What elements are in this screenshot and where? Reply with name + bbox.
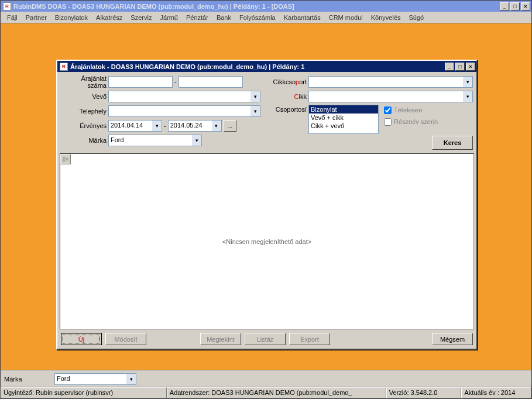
inner-app-icon: R [60,63,68,71]
minimize-button[interactable]: _ [500,2,509,11]
dash-label-dates: - [164,122,166,129]
export-button[interactable]: Export [289,333,330,345]
menu-alkatresz[interactable]: Alkatrész [92,13,126,22]
menu-karbantartas[interactable]: Karbantartás [280,13,325,22]
grid-handle-icon[interactable]: ▯≡ [60,154,71,164]
resznev-label: Résznév szerin [394,118,438,125]
date-to-combo[interactable]: 2014.05.24 [168,120,222,132]
maximize-button[interactable]: □ [510,2,520,11]
cikk-dropdown-icon[interactable] [463,91,473,102]
telephely-field[interactable] [108,105,250,117]
label-vevo: Vevő [61,93,107,100]
menu-sugo[interactable]: Súgó [405,13,428,22]
csoportosi-listbox[interactable]: Bizonylat Vevő + cikk Cikk + vevő [308,105,379,134]
date-to-dropdown-icon[interactable] [212,120,222,132]
label-cikkcsoport: Cikkcsoport [272,78,307,85]
menu-penztar[interactable]: Pénztár [182,13,212,22]
inner-minimize-button[interactable]: _ [445,63,454,71]
menu-fajl[interactable]: Fájl [3,13,22,22]
megsem-button[interactable]: Mégsem [432,333,473,345]
telephely-dropdown-icon[interactable] [250,105,260,117]
tetelesen-label: Tételesen [394,106,422,113]
label-telephely: Telephely [61,108,107,115]
date-to-field[interactable]: 2014.05.24 [168,120,212,132]
date-from-combo[interactable]: 2014.04.14 [108,120,162,132]
vevo-field[interactable] [108,91,250,102]
listaz-button[interactable]: Listáz [245,333,286,345]
arajanlat-szama-1-input[interactable] [108,76,173,88]
date-ellipsis-button[interactable]: ... [224,120,236,132]
main-window: R RubinDMS DOAS - DOAS3 HUNGARIAN DEMO (… [0,0,532,399]
csoportosi-option-cikk-vevo[interactable]: Cikk + vevő [309,122,378,130]
results-grid[interactable]: ▯≡ <Nincsen megjeleníthető adat> [60,153,474,329]
menu-jarmu[interactable]: Jármű [156,13,182,22]
bottom-marka-field[interactable]: Ford [54,373,126,385]
arajanlatok-window: R Árajánlatok - DOAS3 HUNGARIAN DEMO (pu… [56,60,478,350]
label-arajanlat-szama: Árajánlat száma [61,75,107,89]
close-button[interactable]: × [521,2,530,11]
tetelesen-checkbox[interactable]: Tételesen [384,105,438,115]
bottom-marka-label: Márka [4,376,51,383]
menu-konyveles[interactable]: Könyvelés [367,13,405,22]
vevo-combo[interactable] [108,91,260,102]
keres-button[interactable]: Keres [432,136,473,150]
modosit-button[interactable]: Módosít [105,333,146,345]
app-icon: R [3,2,11,11]
marka-combo[interactable]: Ford [108,135,202,146]
date-from-field[interactable]: 2014.04.14 [108,120,152,132]
inner-title-text: Árajánlatok - DOAS3 HUNGARIAN DEMO (pub:… [70,63,445,70]
cikk-combo[interactable] [308,91,473,102]
label-ervenyes: Érvényes [61,122,107,129]
menu-folyoszamla[interactable]: Folyószámla [235,13,280,22]
menu-crm[interactable]: CRM modul [325,13,367,22]
resznev-checkbox[interactable]: Résznév szerin [384,116,438,127]
inner-titlebar: R Árajánlatok - DOAS3 HUNGARIAN DEMO (pu… [57,61,476,72]
main-menubar: Fájl Partner Bizonylatok Alkatrész Szerv… [1,12,531,23]
resznev-checkbox-input[interactable] [384,118,392,126]
status-aktualis-ev: Aktuális év : 2014 [461,387,531,398]
cikkcsoport-combo[interactable] [308,76,473,88]
menu-bank[interactable]: Bank [212,13,235,22]
vevo-dropdown-icon[interactable] [250,91,260,102]
tetelesen-checkbox-input[interactable] [384,106,392,114]
date-from-dropdown-icon[interactable] [152,120,162,132]
menu-szerviz[interactable]: Szerviz [126,13,156,22]
status-adatrendszer: Adatrendszer: DOAS3 HUNGARIAN DEMO (pub:… [167,387,386,398]
marka-field[interactable]: Ford [108,135,192,146]
megtekint-button[interactable]: Megtekint [200,333,241,345]
uj-button[interactable]: Új [61,333,102,345]
label-marka: Márka [61,137,107,144]
cikkcsoport-dropdown-icon[interactable] [463,76,473,88]
csoportosi-option-vevo-cikk[interactable]: Vevő + cikk [309,113,378,122]
inner-close-button[interactable]: × [466,63,475,71]
bottom-marka-combo[interactable]: Ford [54,373,136,385]
arajanlat-szama-2-input[interactable] [179,76,243,88]
cikk-field[interactable] [308,91,463,102]
grid-empty-text: <Nincsen megjeleníthető adat> [222,238,311,245]
status-ugyintezo: Ügyintéző: Rubin supervisor (rubinsvr) [1,387,167,398]
label-csoportosi: Csoportosí [272,105,307,113]
telephely-combo[interactable] [108,105,260,117]
menu-bizonylatok[interactable]: Bizonylatok [51,13,92,22]
menu-partner[interactable]: Partner [22,13,51,22]
csoportosi-option-bizonylat[interactable]: Bizonylat [309,105,378,113]
cikkcsoport-field[interactable] [308,76,463,88]
main-titlebar: R RubinDMS DOAS - DOAS3 HUNGARIAN DEMO (… [1,1,531,12]
label-cikk: Cikk [272,93,307,100]
bottom-panel: Márka Ford [1,370,531,387]
mdi-client: R Árajánlatok - DOAS3 HUNGARIAN DEMO (pu… [1,23,531,370]
status-verzio: Verzió: 3.548.2.0 [386,387,462,398]
statusbar: Ügyintéző: Rubin supervisor (rubinsvr) A… [1,387,531,398]
dash-label: - [174,78,177,85]
bottom-marka-dropdown-icon[interactable] [126,373,136,385]
main-title-text: RubinDMS DOAS - DOAS3 HUNGARIAN DEMO (pu… [13,3,500,10]
inner-maximize-button[interactable]: □ [455,63,465,71]
marka-dropdown-icon[interactable] [192,135,202,146]
